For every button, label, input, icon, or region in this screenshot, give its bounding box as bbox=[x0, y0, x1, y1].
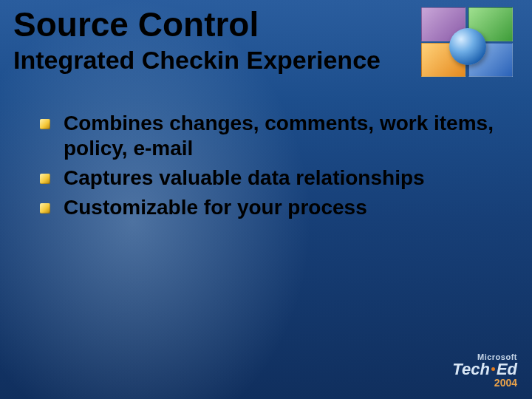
footer-event-a: Tech bbox=[452, 360, 490, 378]
slide-subtitle: Integrated Checkin Experience bbox=[13, 46, 381, 75]
windows-logo-icon bbox=[421, 7, 516, 78]
footer-logo: Microsoft TechEd 2004 bbox=[452, 352, 517, 389]
list-item: Customizable for your process bbox=[40, 195, 502, 220]
bullet-icon bbox=[40, 203, 50, 214]
dot-icon bbox=[491, 367, 495, 371]
bullet-icon bbox=[40, 119, 50, 129]
bullet-text: Captures valuable data relationships bbox=[64, 166, 425, 191]
slide: Source Control Integrated Checkin Experi… bbox=[0, 0, 532, 399]
list-item: Combines changes, comments, work items, … bbox=[40, 111, 502, 161]
footer-brand: Microsoft bbox=[452, 352, 517, 361]
bullet-text: Combines changes, comments, work items, … bbox=[64, 111, 502, 161]
slide-title: Source Control bbox=[13, 4, 259, 44]
bullet-text: Customizable for your process bbox=[64, 195, 367, 220]
list-item: Captures valuable data relationships bbox=[40, 166, 502, 191]
footer-event-b: Ed bbox=[497, 360, 517, 378]
bullet-icon bbox=[40, 174, 50, 184]
bullet-list: Combines changes, comments, work items, … bbox=[40, 111, 502, 225]
